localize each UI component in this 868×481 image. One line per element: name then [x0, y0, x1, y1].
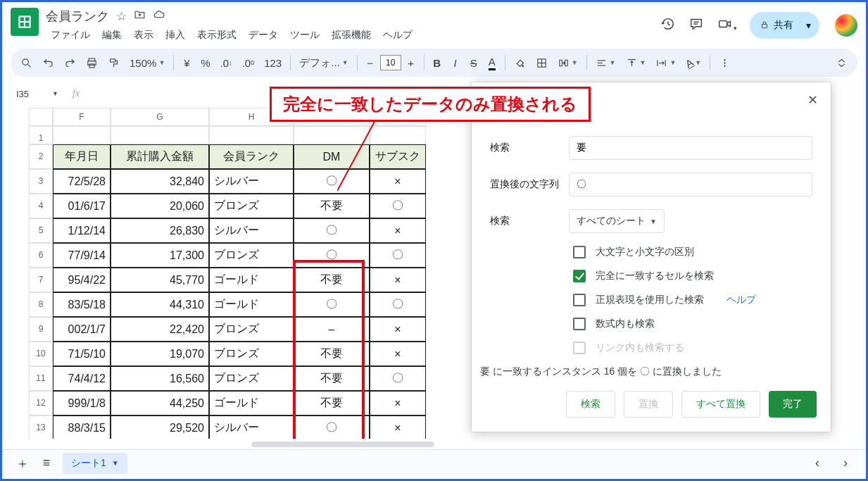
- cell-amount[interactable]: 16,560: [111, 366, 209, 391]
- cell-date[interactable]: 999/1/8: [53, 391, 111, 416]
- format-number-icon[interactable]: 123: [260, 53, 286, 73]
- halign-icon[interactable]: ▼: [591, 53, 620, 73]
- row-header[interactable]: 10: [29, 342, 53, 366]
- find-button[interactable]: 検索: [566, 391, 615, 418]
- strike-icon[interactable]: S: [465, 53, 482, 73]
- sheets-logo[interactable]: [11, 8, 39, 36]
- checkbox-exact-match[interactable]: [573, 270, 586, 282]
- cell-amount[interactable]: 44,250: [111, 391, 209, 416]
- grid-corner[interactable]: [29, 108, 53, 126]
- cell-dm[interactable]: 不要: [294, 391, 370, 416]
- menu-ext[interactable]: 拡張機能: [327, 27, 376, 43]
- meet-icon[interactable]: ▾: [717, 16, 737, 35]
- row-header[interactable]: 13: [29, 416, 53, 439]
- cell-date[interactable]: 74/4/12: [53, 366, 111, 391]
- cell-subscribe[interactable]: ×: [370, 391, 426, 416]
- cell-rank[interactable]: ブロンズ: [209, 366, 294, 391]
- cell-subscribe[interactable]: 〇: [370, 366, 426, 391]
- menu-tools[interactable]: ツール: [285, 27, 325, 43]
- merge-icon[interactable]: ▼: [553, 53, 582, 73]
- cell-subscribe[interactable]: ×: [370, 218, 426, 243]
- menu-edit[interactable]: 編集: [97, 27, 127, 43]
- checkbox-formulas[interactable]: [573, 318, 586, 330]
- borders-icon[interactable]: [532, 53, 552, 73]
- th-amount[interactable]: 累計購入金額: [111, 144, 209, 169]
- cell-rank[interactable]: シルバー: [209, 416, 294, 439]
- cell-rank[interactable]: ゴールド: [209, 268, 294, 292]
- regex-help-link[interactable]: ヘルプ: [727, 294, 756, 306]
- horizontal-scrollbar[interactable]: [12, 439, 838, 449]
- font-family-select[interactable]: デフォ...▼: [295, 53, 352, 73]
- row-header[interactable]: 1: [29, 126, 53, 144]
- explore-left-icon[interactable]: ‹: [805, 453, 829, 474]
- cell-dm[interactable]: 〇: [294, 169, 370, 194]
- cell-subscribe[interactable]: ×: [370, 416, 426, 439]
- row-header[interactable]: 8: [29, 292, 53, 317]
- all-sheets-button[interactable]: ≡: [34, 453, 58, 474]
- cell-amount[interactable]: 20,060: [111, 194, 209, 218]
- cell-subscribe[interactable]: 〇: [370, 243, 426, 268]
- th-rank[interactable]: 会員ランク: [209, 144, 294, 169]
- cell-dm[interactable]: 〇: [294, 292, 370, 317]
- menu-file[interactable]: ファイル: [46, 27, 95, 43]
- cell-dm[interactable]: –: [294, 317, 370, 342]
- row-header[interactable]: 4: [29, 194, 53, 218]
- valign-icon[interactable]: ▼: [622, 53, 650, 73]
- cell-amount[interactable]: 29,520: [111, 416, 209, 439]
- cell-amount[interactable]: 17,300: [111, 243, 209, 268]
- menu-insert[interactable]: 挿入: [161, 27, 190, 43]
- cell-dm[interactable]: 〇: [294, 218, 370, 243]
- font-size-input[interactable]: 10: [380, 55, 401, 70]
- cell-rank[interactable]: ブロンズ: [209, 243, 294, 268]
- menu-help[interactable]: ヘルプ: [378, 27, 417, 43]
- cell-subscribe[interactable]: ×: [370, 317, 426, 342]
- cell-subscribe[interactable]: 〇: [370, 194, 426, 218]
- search-icon[interactable]: [16, 53, 37, 73]
- cell-dm[interactable]: 不要: [294, 366, 370, 391]
- th-dm[interactable]: DM: [294, 144, 370, 169]
- row-header[interactable]: 12: [29, 391, 53, 416]
- cell-amount[interactable]: 45,770: [111, 268, 209, 292]
- print-icon[interactable]: [82, 53, 102, 73]
- font-increase[interactable]: +: [403, 53, 420, 73]
- cell-date[interactable]: 01/6/17: [53, 194, 111, 218]
- replace-input[interactable]: [569, 173, 812, 196]
- vertical-scrollbar[interactable]: [852, 118, 862, 441]
- document-title[interactable]: 会員ランク: [46, 8, 109, 25]
- cloud-status-icon[interactable]: [153, 8, 165, 25]
- text-color-icon[interactable]: A: [484, 53, 501, 73]
- col-header-F[interactable]: F: [53, 108, 111, 126]
- cell-amount[interactable]: 44,310: [111, 292, 209, 317]
- cell-rank[interactable]: ゴールド: [209, 292, 294, 317]
- replace-button[interactable]: 置換: [624, 391, 673, 418]
- row-header[interactable]: 7: [29, 268, 53, 292]
- cell-date[interactable]: 72/5/28: [53, 169, 111, 194]
- rotate-icon[interactable]: A▼: [681, 53, 705, 73]
- cell-date[interactable]: 83/5/18: [53, 292, 111, 317]
- th-date[interactable]: 年月日: [53, 144, 111, 169]
- move-icon[interactable]: [134, 8, 146, 24]
- cell-rank[interactable]: ゴールド: [209, 391, 294, 416]
- cell-date[interactable]: 88/3/15: [53, 416, 111, 439]
- increase-decimal-icon[interactable]: .00: [238, 53, 259, 73]
- share-dropdown[interactable]: ▾: [800, 15, 817, 35]
- paint-format-icon[interactable]: [103, 53, 124, 73]
- cell-rank[interactable]: ブロンズ: [209, 317, 294, 342]
- dialog-close-icon[interactable]: ✕: [807, 92, 818, 108]
- comments-icon[interactable]: [688, 16, 704, 35]
- cell-date[interactable]: 95/4/22: [53, 268, 111, 292]
- cell-date[interactable]: 1/12/14: [53, 218, 111, 243]
- wrap-icon[interactable]: ▼: [651, 53, 680, 73]
- sheet-tab-1[interactable]: シート1▼: [63, 453, 127, 474]
- row-header[interactable]: 6: [29, 243, 53, 268]
- row-header[interactable]: 3: [29, 169, 53, 194]
- cell-subscribe[interactable]: 〇: [370, 292, 426, 317]
- zoom-select[interactable]: 150%▼: [125, 53, 169, 73]
- find-input[interactable]: [569, 136, 812, 160]
- cell-rank[interactable]: シルバー: [209, 169, 294, 194]
- cell-subscribe[interactable]: ×: [370, 342, 426, 366]
- cell-subscribe[interactable]: ×: [370, 169, 426, 194]
- col-header-G[interactable]: G: [111, 108, 209, 126]
- cell-dm[interactable]: 不要: [294, 268, 370, 292]
- cell-date[interactable]: 71/5/10: [53, 342, 111, 366]
